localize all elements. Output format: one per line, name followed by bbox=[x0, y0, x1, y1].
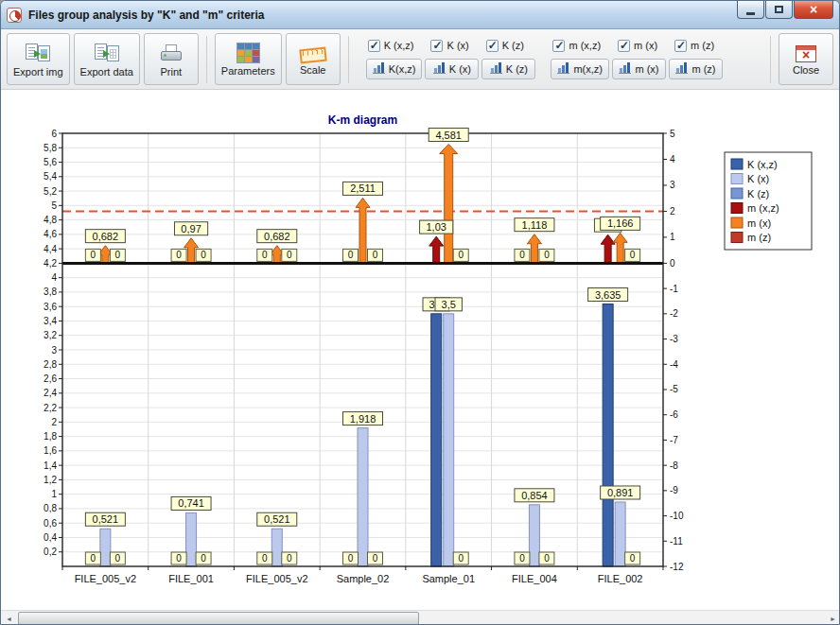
series-button-m-z[interactable]: m (z) bbox=[669, 59, 723, 79]
series-button-k-x[interactable]: K (x) bbox=[425, 59, 479, 79]
zero-label: 0 bbox=[373, 553, 378, 564]
left-axis-label: 4,4 bbox=[44, 244, 57, 254]
mini-bar-chart-icon bbox=[619, 63, 631, 74]
scroll-right-button[interactable]: ► bbox=[825, 611, 840, 625]
export-data-button[interactable]: Export data bbox=[74, 33, 140, 85]
zero-label: 0 bbox=[544, 553, 550, 564]
right-axis-label: -12 bbox=[670, 562, 684, 572]
value-label: 0,682 bbox=[264, 231, 290, 242]
export-arrow-icon bbox=[103, 50, 110, 58]
zero-label: 0 bbox=[262, 553, 268, 564]
zero-label: 0 bbox=[348, 250, 354, 260]
checkbox-label: m (z) bbox=[691, 40, 714, 51]
checkbox-m-x[interactable]: m (x) bbox=[618, 40, 657, 52]
export-img-icon bbox=[25, 42, 51, 64]
chart-area: 0,20,40,60,811,21,41,61,822,22,42,62,833… bbox=[1, 90, 840, 625]
checkbox-label: m (x,z) bbox=[569, 40, 601, 51]
horizontal-scrollbar[interactable]: ◄ ► bbox=[1, 610, 840, 625]
printer-light-icon bbox=[164, 54, 166, 57]
series-button-k-z[interactable]: K (z) bbox=[481, 59, 535, 79]
legend-swatch bbox=[731, 203, 743, 214]
checkbox-box-icon[interactable] bbox=[552, 40, 565, 52]
left-axis-label: 2 bbox=[51, 417, 57, 427]
series-toggle-panel: K (x,z)K (x)K (z)K(x,z)K (x)K (z)m (x,z)… bbox=[366, 40, 723, 79]
left-axis-label: 2,2 bbox=[44, 403, 57, 413]
right-axis-label: -8 bbox=[670, 460, 678, 471]
left-axis-label: 3,6 bbox=[44, 302, 57, 312]
left-axis-label: 1 bbox=[51, 489, 57, 499]
mini-bar-chart-icon bbox=[675, 63, 688, 74]
value-label: 3,5 bbox=[442, 299, 456, 310]
series-button-row: m(x,z)m (x)m (z) bbox=[551, 59, 723, 79]
legend-swatch bbox=[731, 174, 743, 184]
left-axis-label: 5,6 bbox=[44, 157, 57, 167]
checkbox-box-icon[interactable] bbox=[674, 40, 687, 52]
checkbox-m-z[interactable]: m (z) bbox=[674, 40, 714, 52]
checkbox-m-x-z[interactable]: m (x,z) bbox=[552, 40, 601, 52]
zero-label: 0 bbox=[262, 250, 268, 260]
left-axis-label: 5 bbox=[51, 200, 57, 211]
series-button-k-x-z[interactable]: K(x,z) bbox=[366, 59, 423, 79]
legend-label: K (x,z) bbox=[747, 159, 778, 170]
legend-swatch bbox=[731, 217, 743, 228]
zero-label: 0 bbox=[176, 250, 182, 260]
scrollbar-track[interactable] bbox=[17, 611, 825, 625]
maximize-button[interactable] bbox=[765, 1, 793, 19]
minimize-button[interactable] bbox=[737, 1, 764, 19]
parameters-icon bbox=[236, 43, 260, 63]
window-title: Files group analysis by "K" and "m" crit… bbox=[28, 9, 265, 22]
value-label: 1,166 bbox=[607, 217, 634, 229]
zero-label: 0 bbox=[458, 250, 464, 260]
checkbox-row: K (x,z)K (x)K (z) bbox=[366, 40, 536, 52]
scale-label: Scale bbox=[300, 64, 326, 76]
checkbox-box-icon[interactable] bbox=[368, 40, 380, 52]
series-button-m-x-z[interactable]: m(x,z) bbox=[551, 59, 609, 79]
close-window-icon bbox=[796, 45, 816, 62]
checkbox-box-icon[interactable] bbox=[430, 40, 443, 52]
value-label: 1,03 bbox=[427, 221, 446, 233]
zero-label: 0 bbox=[630, 250, 636, 260]
app-icon bbox=[7, 8, 22, 23]
scale-button[interactable]: Scale bbox=[286, 33, 341, 85]
mini-bar-chart-icon bbox=[433, 63, 446, 74]
scrollbar-thumb[interactable] bbox=[18, 612, 419, 625]
checkbox-k-x-z[interactable]: K (x,z) bbox=[368, 40, 414, 52]
maximize-icon bbox=[775, 6, 783, 13]
zero-label: 0 bbox=[91, 553, 96, 564]
right-axis-label: 2 bbox=[670, 206, 675, 217]
scroll-left-button[interactable]: ◄ bbox=[1, 611, 17, 625]
zero-label: 0 bbox=[115, 553, 121, 564]
checkbox-k-x[interactable]: K (x) bbox=[430, 40, 468, 52]
right-axis-label: -5 bbox=[670, 384, 678, 394]
left-axis-label: 3,8 bbox=[44, 286, 57, 297]
right-axis-label: -11 bbox=[670, 536, 683, 547]
bar bbox=[271, 529, 282, 566]
legend-swatch bbox=[731, 233, 743, 243]
checkbox-box-icon[interactable] bbox=[486, 40, 499, 52]
bar bbox=[603, 304, 613, 566]
close-label: Close bbox=[793, 64, 819, 76]
print-button[interactable]: Print bbox=[144, 33, 199, 85]
category-label: FILE_004 bbox=[512, 573, 557, 584]
parameters-button[interactable]: Parameters bbox=[215, 33, 282, 85]
export-img-button[interactable]: Export img bbox=[7, 33, 70, 85]
legend-label: m (z) bbox=[747, 232, 771, 243]
left-axis-label: 4,6 bbox=[44, 229, 57, 239]
export-data-icon bbox=[94, 42, 120, 64]
left-axis-label: 1,6 bbox=[44, 445, 57, 456]
right-axis-label: 4 bbox=[670, 154, 675, 165]
toolbar: Export img Export data Print Parameters bbox=[1, 29, 839, 90]
checkbox-k-z[interactable]: K (z) bbox=[486, 40, 524, 52]
left-axis-label: 0,2 bbox=[44, 547, 57, 557]
bar bbox=[431, 314, 442, 566]
series-button-m-x[interactable]: m (x) bbox=[612, 59, 666, 79]
left-axis-label: 2,6 bbox=[44, 373, 57, 384]
left-axis-label: 3 bbox=[51, 345, 57, 356]
close-window-button[interactable]: × bbox=[794, 1, 833, 19]
value-label: 4,581 bbox=[435, 130, 462, 141]
legend-swatch bbox=[731, 159, 743, 169]
bar bbox=[100, 529, 111, 566]
close-button[interactable]: Close bbox=[779, 33, 833, 85]
value-label: 3,635 bbox=[595, 289, 621, 301]
checkbox-box-icon[interactable] bbox=[618, 40, 630, 52]
